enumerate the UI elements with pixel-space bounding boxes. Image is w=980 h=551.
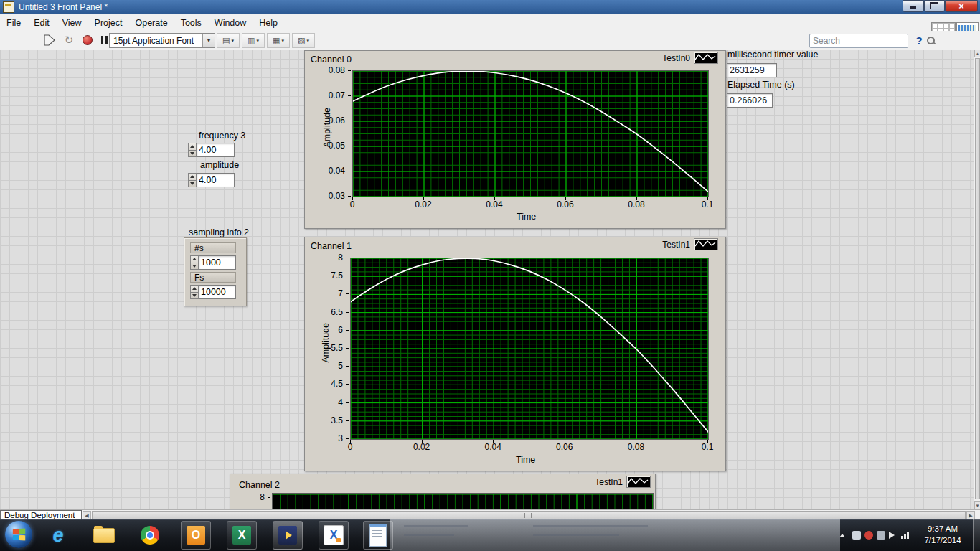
chart-legend[interactable]: TestIn1 bbox=[662, 238, 718, 250]
x-axis-label: Time bbox=[516, 455, 535, 465]
menu-project[interactable]: Project bbox=[88, 16, 129, 30]
frequency-spinner[interactable] bbox=[188, 143, 197, 157]
decrement-button[interactable] bbox=[189, 181, 196, 187]
tray-network[interactable] bbox=[901, 519, 909, 551]
align-objects-button[interactable]: ▤▾ bbox=[217, 33, 240, 48]
waveform-plot bbox=[350, 258, 709, 440]
internet-explorer-icon: e bbox=[52, 524, 63, 547]
taskbar-file-explorer[interactable] bbox=[89, 521, 119, 550]
chevron-down-icon: ▾ bbox=[231, 38, 234, 44]
scrollbar-thumb[interactable] bbox=[92, 511, 966, 519]
font-selector[interactable]: 15pt Application Font ▾ bbox=[109, 33, 215, 48]
frequency-field[interactable] bbox=[197, 143, 235, 157]
notepad-icon bbox=[369, 524, 387, 547]
tick-label: 0.08 bbox=[305, 65, 345, 75]
taskbar-clock[interactable]: 9:37 AM 7/17/2014 bbox=[918, 523, 967, 546]
tick-mark bbox=[346, 420, 349, 421]
tray-expand-button[interactable] bbox=[839, 519, 845, 551]
increment-button[interactable] bbox=[189, 143, 196, 151]
clock-time: 9:37 AM bbox=[918, 523, 967, 534]
decrement-button[interactable] bbox=[189, 151, 196, 157]
scroll-right-button[interactable]: ▶ bbox=[966, 511, 975, 519]
waveform-chart-channel0: Channel 0 TestIn0 Amplitude Time 0.080.0… bbox=[304, 50, 726, 229]
close-button[interactable]: × bbox=[945, 0, 978, 12]
tick-mark bbox=[346, 258, 349, 258]
scroll-down-button[interactable]: ▼ bbox=[974, 501, 980, 509]
context-help-button[interactable]: ? bbox=[912, 33, 926, 47]
chart-legend[interactable]: TestIn1 bbox=[595, 476, 651, 488]
menu-edit[interactable]: Edit bbox=[27, 16, 56, 30]
tick-mark bbox=[348, 121, 351, 121]
decrement-button[interactable] bbox=[191, 263, 198, 270]
increment-button[interactable] bbox=[189, 174, 196, 181]
tray-icon-3[interactable] bbox=[877, 519, 885, 551]
tray-icon-1[interactable] bbox=[852, 519, 861, 551]
taskbar-outlook[interactable]: O bbox=[181, 521, 211, 550]
horizontal-scrollbar[interactable]: Debug Deployment ◀ ▶ bbox=[0, 509, 980, 520]
execution-target-badge[interactable]: Debug Deployment bbox=[0, 510, 82, 519]
menu-operate[interactable]: Operate bbox=[128, 16, 174, 30]
sample-rate-field[interactable] bbox=[199, 285, 236, 299]
sampling-info-cluster: #s Fs bbox=[184, 237, 247, 306]
start-button[interactable] bbox=[5, 521, 32, 548]
menu-help[interactable]: Help bbox=[253, 16, 284, 30]
taskbar-excel[interactable]: X bbox=[227, 521, 257, 550]
tick-mark bbox=[348, 95, 351, 96]
sample-rate-spinner[interactable] bbox=[190, 285, 199, 299]
search-box[interactable] bbox=[809, 34, 908, 48]
distribute-objects-button[interactable]: ▥▾ bbox=[242, 33, 265, 48]
menu-view[interactable]: View bbox=[56, 16, 88, 30]
sampling-info-label: sampling info 2 bbox=[189, 227, 249, 237]
taskbar-labview-media[interactable] bbox=[273, 521, 303, 550]
chart-legend[interactable]: TestIn0 bbox=[662, 52, 718, 64]
amplitude-field[interactable] bbox=[197, 173, 235, 187]
taskbar-labview[interactable]: X bbox=[319, 521, 349, 550]
scrollbar-thumb[interactable] bbox=[975, 58, 980, 499]
tick-mark bbox=[346, 384, 349, 385]
tick-label: 8 bbox=[230, 492, 265, 502]
num-samples-spinner[interactable] bbox=[190, 255, 199, 270]
scroll-left-button[interactable]: ◀ bbox=[83, 511, 91, 519]
speaker-icon bbox=[889, 532, 895, 539]
menu-window[interactable]: Window bbox=[208, 16, 253, 30]
show-desktop-button[interactable] bbox=[973, 519, 980, 551]
decrement-icon bbox=[192, 265, 197, 268]
increment-button[interactable] bbox=[191, 256, 198, 263]
search-input[interactable] bbox=[810, 36, 927, 46]
tick-label: 0.04 bbox=[476, 199, 512, 209]
num-samples-control bbox=[190, 255, 236, 270]
reorder-objects-button[interactable]: ▧▾ bbox=[292, 33, 315, 48]
window-title: Untitled 3 Front Panel * bbox=[19, 2, 903, 12]
decrement-button[interactable] bbox=[191, 293, 198, 299]
front-panel: frequency 3 amplitude sampling info 2 #s… bbox=[0, 50, 974, 509]
scroll-up-button[interactable]: ▲ bbox=[974, 50, 980, 57]
decrement-icon bbox=[190, 182, 194, 185]
amplitude-spinner[interactable] bbox=[188, 173, 197, 187]
taskbar-notepad[interactable] bbox=[363, 521, 393, 550]
run-continuously-button[interactable]: ↻ bbox=[60, 32, 77, 47]
tray-icon-2[interactable] bbox=[864, 519, 873, 551]
increment-button[interactable] bbox=[191, 286, 198, 293]
minimize-button[interactable] bbox=[903, 0, 924, 12]
taskbar-chrome[interactable] bbox=[135, 521, 165, 550]
vertical-scrollbar[interactable]: ▲ ▼ bbox=[974, 50, 980, 509]
chevron-down-icon[interactable]: ▾ bbox=[202, 34, 215, 47]
run-button[interactable] bbox=[41, 32, 58, 47]
window-titlebar: Untitled 3 Front Panel * × bbox=[0, 0, 980, 14]
maximize-button[interactable] bbox=[924, 0, 945, 12]
pause-icon bbox=[101, 36, 108, 44]
menu-file[interactable]: File bbox=[0, 16, 27, 30]
abort-button[interactable] bbox=[79, 32, 96, 47]
tick-label: 0.08 bbox=[618, 442, 654, 452]
decrement-icon bbox=[192, 294, 197, 297]
background-window-fragment bbox=[390, 519, 840, 551]
menu-tools[interactable]: Tools bbox=[174, 16, 208, 30]
sample-rate-label: Fs bbox=[190, 272, 236, 283]
taskbar-internet-explorer[interactable]: e bbox=[43, 521, 73, 550]
tick-label: 0.1 bbox=[689, 199, 725, 209]
tick-label: 0.04 bbox=[305, 166, 345, 176]
tick-label: 0.07 bbox=[305, 90, 345, 100]
tray-volume[interactable] bbox=[889, 519, 895, 551]
resize-objects-button[interactable]: ▦▾ bbox=[267, 33, 290, 48]
num-samples-field[interactable] bbox=[199, 255, 236, 270]
